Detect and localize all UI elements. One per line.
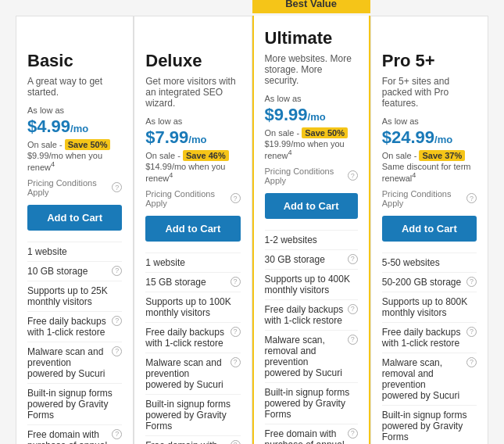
sale-row-deluxe: On sale - Save 46% (145, 151, 240, 160)
price-mo-ultimate: /mo (308, 111, 326, 123)
conditions-basic: Pricing Conditions Apply ? (27, 178, 122, 197)
feature-item-basic-5: Built-in signup forms powered by Gravity… (27, 383, 122, 424)
conditions-deluxe: Pricing Conditions Apply ? (145, 189, 240, 208)
conditions-info-icon-pro5plus[interactable]: ? (466, 193, 477, 203)
feature-item-deluxe-6: Free domain with purchase of annual plan… (145, 435, 240, 444)
as-low-as-basic: As low as (27, 106, 122, 115)
feature-item-pro5plus-2: Supports up to 800K monthly visitors (382, 292, 477, 322)
feature-item-deluxe-3: Free daily backups with 1-click restore … (145, 322, 240, 353)
add-to-cart-pro5plus[interactable]: Add to Cart (382, 216, 477, 242)
as-low-as-ultimate: As low as (265, 94, 358, 103)
plan-name-pro5plus: Pro 5+ (382, 51, 477, 71)
feature-item-ultimate-4: Malware scan, removal and prevention pow… (265, 330, 358, 382)
feature-info-icon-ultimate-6[interactable]: ? (348, 428, 358, 439)
feature-item-pro5plus-5: Built-in signup forms powered by Gravity… (382, 405, 477, 444)
feature-item-basic-1: 10 GB storage ? (27, 261, 122, 281)
sale-row-pro5plus: On sale - Save 37% (382, 151, 477, 160)
feature-info-icon-pro5plus-4[interactable]: ? (466, 357, 477, 367)
feature-item-basic-3: Free daily backups with 1-click restore … (27, 311, 122, 342)
feature-item-pro5plus-4: Malware scan, removal and prevention pow… (382, 353, 477, 405)
conditions-info-icon-ultimate[interactable]: ? (348, 170, 358, 181)
plan-card-basic: BasicA great way to get started.As low a… (16, 16, 134, 444)
plan-tagline-deluxe: Get more visitors with an integrated SEO… (145, 76, 240, 109)
feature-info-icon-deluxe-6[interactable]: ? (231, 440, 241, 444)
sale-row-basic: On sale - Save 50% (27, 140, 122, 149)
feature-item-ultimate-2: Supports up to 400K monthly visitors (265, 269, 358, 299)
feature-item-deluxe-5: Built-in signup forms powered by Gravity… (145, 394, 240, 435)
feature-item-ultimate-3: Free daily backups with 1-click restore … (265, 299, 358, 330)
feature-info-icon-ultimate-3[interactable]: ? (348, 304, 358, 314)
plan-card-pro5plus: Pro 5+For 5+ sites and packed with Pro f… (370, 16, 488, 444)
feature-item-basic-0: 1 website (27, 242, 122, 261)
feature-info-icon-deluxe-3[interactable]: ? (231, 327, 241, 337)
save-badge-pro5plus: Save 37% (419, 150, 465, 161)
feature-item-basic-2: Supports up to 25K monthly visitors (27, 281, 122, 311)
plan-tagline-basic: A great way to get started. (27, 76, 122, 98)
add-to-cart-ultimate[interactable]: Add to Cart (265, 193, 358, 219)
renew-price-ultimate: $19.99/mo when you renew4 (265, 139, 358, 160)
feature-info-icon-basic-3[interactable]: ? (112, 316, 122, 326)
price-mo-basic: /mo (70, 123, 88, 134)
plan-tagline-pro5plus: For 5+ sites and packed with Pro feature… (382, 76, 477, 109)
plan-name-ultimate: Ultimate (265, 28, 358, 48)
feature-info-icon-ultimate-1[interactable]: ? (348, 254, 358, 264)
add-to-cart-basic[interactable]: Add to Cart (27, 205, 122, 231)
add-to-cart-deluxe[interactable]: Add to Cart (145, 216, 240, 242)
save-badge-ultimate: Save 50% (302, 127, 348, 138)
feature-info-icon-basic-6[interactable]: ? (112, 429, 122, 439)
feature-info-icon-deluxe-4[interactable]: ? (231, 357, 241, 367)
price-mo-deluxe: /mo (188, 134, 206, 145)
feature-info-icon-basic-1[interactable]: ? (112, 266, 122, 276)
feature-item-ultimate-0: 1-2 websites (265, 230, 358, 249)
feature-item-deluxe-0: 1 website (145, 252, 240, 272)
sale-row-ultimate: On sale - Save 50% (265, 128, 358, 138)
feature-item-ultimate-6: Free domain with purchase of annual plan… (265, 424, 358, 444)
pricing-grid: BasicA great way to get started.As low a… (16, 16, 488, 444)
renew-price-basic: $9.99/mo when you renew4 (27, 151, 122, 172)
features-list-pro5plus: 5-50 websites 50-200 GB storage ? Suppor… (382, 252, 477, 444)
feature-item-deluxe-2: Supports up to 100K monthly visitors (145, 292, 240, 322)
feature-item-ultimate-1: 30 GB storage ? (265, 249, 358, 269)
plan-tagline-ultimate: More websites. More storage. More securi… (265, 53, 358, 86)
price-mo-pro5plus: /mo (434, 134, 452, 145)
price-pro5plus: $24.99 (382, 127, 434, 148)
as-low-as-deluxe: As low as (145, 116, 240, 126)
features-list-ultimate: 1-2 websites 30 GB storage ? Supports up… (265, 230, 358, 444)
conditions-info-icon-deluxe[interactable]: ? (231, 193, 241, 203)
plan-name-basic: Basic (27, 51, 122, 71)
feature-item-deluxe-4: Malware scan and prevention powered by S… (145, 353, 240, 394)
feature-info-icon-pro5plus-1[interactable]: ? (466, 277, 477, 287)
save-badge-deluxe: Save 46% (183, 150, 229, 161)
feature-item-pro5plus-3: Free daily backups with 1-click restore … (382, 322, 477, 353)
feature-item-pro5plus-0: 5-50 websites (382, 252, 477, 272)
feature-info-icon-ultimate-4[interactable]: ? (348, 335, 358, 345)
save-badge-basic: Save 50% (65, 139, 111, 150)
conditions-info-icon-basic[interactable]: ? (112, 182, 122, 192)
price-ultimate: $9.99 (265, 105, 308, 125)
features-list-basic: 1 website 10 GB storage ? Supports up to… (27, 242, 122, 444)
plan-name-deluxe: Deluxe (145, 51, 240, 71)
renew-price-pro5plus: Same discount for term renewal4 (382, 162, 477, 183)
feature-info-icon-deluxe-1[interactable]: ? (231, 277, 241, 287)
price-deluxe: $7.99 (145, 127, 188, 148)
conditions-pro5plus: Pricing Conditions Apply ? (382, 189, 477, 208)
best-value-badge: Best Value (252, 0, 370, 13)
as-low-as-pro5plus: As low as (382, 116, 477, 126)
price-basic: $4.99 (27, 116, 70, 137)
renew-price-deluxe: $14.99/mo when you renew4 (145, 162, 240, 183)
feature-item-basic-6: Free domain with purchase of annual plan… (27, 424, 122, 444)
feature-item-basic-4: Malware scan and prevention powered by S… (27, 342, 122, 383)
plan-card-ultimate: Best ValueUltimateMore websites. More st… (252, 16, 370, 444)
feature-info-icon-pro5plus-3[interactable]: ? (466, 327, 477, 337)
feature-info-icon-basic-4[interactable]: ? (112, 346, 122, 356)
feature-item-deluxe-1: 15 GB storage ? (145, 272, 240, 292)
features-list-deluxe: 1 website 15 GB storage ? Supports up to… (145, 252, 240, 444)
feature-item-pro5plus-1: 50-200 GB storage ? (382, 272, 477, 292)
plan-card-deluxe: DeluxeGet more visitors with an integrat… (134, 16, 252, 444)
conditions-ultimate: Pricing Conditions Apply ? (265, 166, 358, 185)
feature-item-ultimate-5: Built-in signup forms powered by Gravity… (265, 382, 358, 424)
